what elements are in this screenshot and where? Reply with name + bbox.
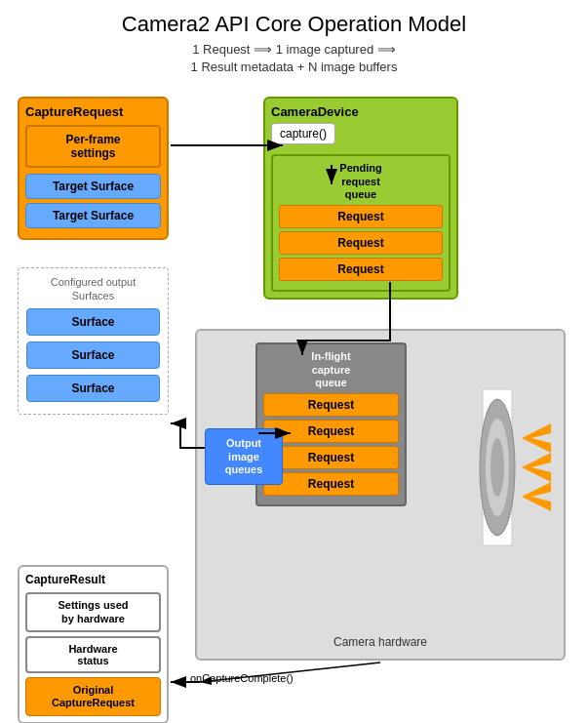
- pending-queue-box: Pendingrequestqueue Request Request Requ…: [271, 154, 451, 292]
- configured-label: Configured outputSurfaces: [26, 276, 160, 301]
- request-box-2: Request: [279, 231, 443, 255]
- pending-queue-label: Pendingrequestqueue: [279, 162, 443, 201]
- target-surface-box-2: Target Surface: [25, 203, 161, 228]
- svg-point-3: [490, 438, 504, 497]
- capture-call-label: capture(): [271, 123, 335, 144]
- svg-marker-6: [522, 482, 551, 511]
- hw-status-box: Hardwarestatus: [25, 636, 161, 673]
- output-image-queues-box: Outputimagequeues: [205, 428, 283, 485]
- capture-result-label: CaptureResult: [25, 573, 161, 586]
- diagram: CaptureRequest Per-framesettings Target …: [0, 87, 588, 721]
- capture-request-box: CaptureRequest Per-framesettings Target …: [18, 97, 169, 240]
- original-cr-box: OriginalCaptureRequest: [25, 677, 161, 716]
- svg-marker-4: [522, 423, 551, 453]
- surface-box-2: Surface: [26, 341, 160, 369]
- title-section: Camera2 API Core Operation Model 1 Reque…: [0, 0, 588, 82]
- surface-box-1: Surface: [26, 308, 160, 336]
- inflight-request-4: Request: [263, 472, 399, 496]
- inflight-label: In-flightcapturequeue: [263, 350, 399, 389]
- camera-hw-label: Camera hardware: [333, 635, 427, 649]
- camera-device-box: CameraDevice capture() Pendingrequestque…: [263, 97, 458, 300]
- inflight-request-2: Request: [263, 420, 399, 443]
- inflight-request-3: Request: [263, 446, 399, 469]
- subtitle: 1 Request ⟹ 1 image captured ⟹ 1 Result …: [20, 41, 568, 76]
- request-box-3: Request: [279, 258, 443, 281]
- on-capture-complete-label: onCaptureComplete(): [190, 672, 294, 684]
- request-box-1: Request: [279, 205, 443, 228]
- svg-marker-5: [522, 453, 551, 482]
- surface-box-3: Surface: [26, 375, 160, 402]
- settings-used-box: Settings usedby hardware: [25, 592, 161, 631]
- target-surface-box-1: Target Surface: [25, 174, 161, 199]
- subtitle-line1: 1 Request ⟹ 1 image captured ⟹: [192, 42, 396, 57]
- per-frame-settings-box: Per-framesettings: [25, 125, 161, 168]
- subtitle-line2: 1 Result metadata + N image buffers: [191, 60, 398, 74]
- inflight-request-1: Request: [263, 393, 399, 417]
- page-title: Camera2 API Core Operation Model: [20, 12, 568, 37]
- capture-request-label: CaptureRequest: [25, 104, 161, 119]
- camera-lens-illustration: [478, 370, 556, 565]
- camera-lens-svg: [478, 370, 556, 565]
- configured-surfaces-box: Configured outputSurfaces Surface Surfac…: [18, 267, 169, 414]
- camera-device-label: CameraDevice: [271, 104, 451, 119]
- hardware-area-box: In-flightcapturequeue Request Request Re…: [195, 329, 566, 661]
- capture-result-box: CaptureResult Settings usedby hardware H…: [18, 565, 169, 723]
